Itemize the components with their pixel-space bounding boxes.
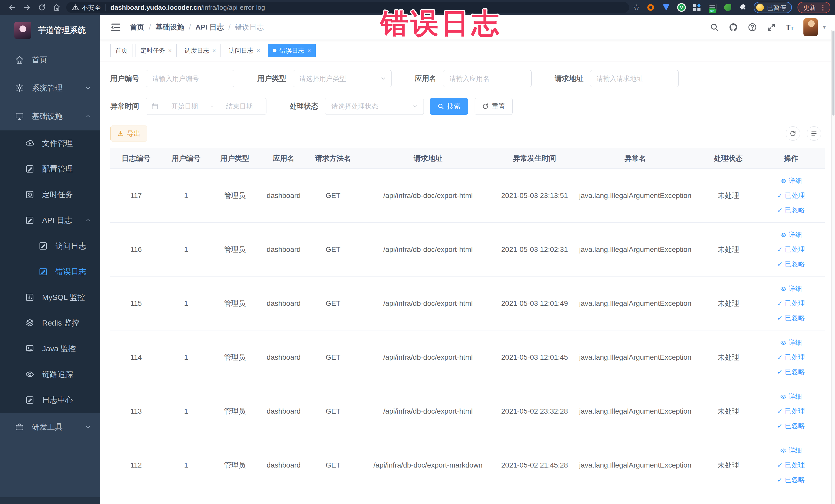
sidebar-item-日志中心[interactable]: 日志中心 [0, 387, 100, 413]
action-detail-link[interactable]: 详细 [780, 446, 802, 455]
sidebar-item-首页[interactable]: 首页 [0, 46, 100, 74]
sidebar-item-Java-监控[interactable]: Java 监控 [0, 336, 100, 362]
github-link-button[interactable] [729, 23, 738, 32]
browser-update-button[interactable]: 更新 ⋮ [797, 2, 830, 13]
bookmark-star-icon[interactable]: ☆ [633, 3, 640, 12]
tab-访问日志[interactable]: 访问日志× [224, 44, 265, 57]
cell-time: 2021-05-03 12:02:31 [498, 245, 571, 254]
reset-button[interactable]: 重置 [475, 98, 513, 115]
action-detail-link[interactable]: 详细 [780, 338, 802, 347]
request-url-input[interactable] [590, 70, 679, 87]
action-ignored-link[interactable]: ✓已忽略 [777, 475, 805, 484]
column-header-日志编号: 日志编号 [110, 154, 162, 163]
action-processed-link[interactable]: ✓已处理 [777, 461, 805, 469]
extension-icon-grid[interactable] [692, 3, 702, 12]
tab-close-icon[interactable]: × [212, 47, 216, 54]
action-processed-link[interactable]: ✓已处理 [777, 245, 805, 254]
filter-user-id: 用户编号 [110, 70, 235, 87]
cell-user_type: 管理员 [210, 460, 259, 470]
sidebar-logo-row[interactable]: 芋道管理系统 [0, 15, 100, 46]
security-indicator[interactable]: 不安全 [72, 3, 101, 12]
refresh-table-button[interactable] [786, 126, 800, 141]
action-ignored-link[interactable]: ✓已忽略 [777, 314, 805, 322]
action-processed-link[interactable]: ✓已处理 [777, 407, 805, 416]
sidebar-item-MySQL-监控[interactable]: MySQL 监控 [0, 284, 100, 310]
action-processed-link[interactable]: ✓已处理 [777, 353, 805, 362]
cell-id: 116 [110, 245, 162, 254]
app-name-label: 应用名 [415, 74, 436, 83]
sidebar-item-系统管理[interactable]: 系统管理 [0, 74, 100, 102]
app-name-input[interactable] [443, 70, 532, 87]
sidebar-item-API-日志[interactable]: API 日志 [0, 207, 100, 233]
header-search-button[interactable] [710, 23, 719, 32]
tab-调度日志[interactable]: 调度日志× [180, 44, 221, 57]
browser-forward-button[interactable] [20, 2, 34, 13]
sidebar-collapse-bar[interactable] [0, 497, 100, 504]
browser-profile-button[interactable]: 已暂停 [754, 2, 792, 13]
url-bar[interactable]: 不安全 dashboard.yudao.iocoder.cn/infra/log… [66, 2, 629, 13]
sidebar-item-Redis-监控[interactable]: Redis 监控 [0, 310, 100, 336]
breadcrumb-item-首页[interactable]: 首页 [130, 22, 144, 32]
sidebar-item-研发工具[interactable]: 研发工具 [0, 413, 100, 441]
action-ignored-link[interactable]: ✓已忽略 [777, 421, 805, 430]
sidebar-item-文件管理[interactable]: 文件管理 [0, 130, 100, 156]
export-button[interactable]: 导出 [110, 125, 147, 141]
process-status-select[interactable]: 请选择处理状态 [325, 98, 424, 115]
sidebar-toggle-button[interactable] [110, 22, 121, 33]
tab-close-icon[interactable]: × [307, 47, 311, 54]
process-status-placeholder: 请选择处理状态 [331, 102, 378, 111]
action-ignored-link[interactable]: ✓已忽略 [777, 206, 805, 215]
action-processed-link[interactable]: ✓已处理 [777, 191, 805, 200]
search-button[interactable]: 搜索 [430, 98, 468, 115]
extensions-puzzle-icon[interactable] [738, 3, 748, 12]
extension-icon-leaf[interactable] [723, 3, 733, 12]
user-type-select[interactable]: 请选择用户类型 [293, 70, 392, 87]
calendar-icon [151, 103, 158, 110]
browser-reload-button[interactable] [34, 2, 49, 13]
browser-home-button[interactable] [49, 2, 64, 13]
browser-menu-icon[interactable]: ⋮ [820, 4, 826, 12]
tab-close-icon[interactable]: × [257, 47, 260, 54]
user-id-input[interactable] [146, 70, 235, 87]
date-range-picker[interactable]: 开始日期 - 结束日期 [146, 98, 266, 115]
tab-定时任务[interactable]: 定时任务× [136, 44, 177, 57]
docs-help-button[interactable] [748, 23, 757, 32]
page-scrollbar[interactable] [831, 30, 835, 504]
sidebar-item-错误日志[interactable]: 错误日志 [0, 259, 100, 284]
action-processed-link[interactable]: ✓已处理 [777, 299, 805, 308]
sidebar-item-链路追踪[interactable]: 链路追踪 [0, 362, 100, 387]
browser-back-button[interactable] [5, 2, 20, 13]
fullscreen-button[interactable] [767, 23, 776, 32]
tab-close-icon[interactable]: × [168, 47, 172, 54]
breadcrumb-item-基础设施[interactable]: 基础设施 [156, 22, 184, 32]
breadcrumb-item-API-日志[interactable]: API 日志 [196, 22, 224, 32]
sidebar-item-基础设施[interactable]: 基础设施 [0, 102, 100, 130]
action-detail-link[interactable]: 详细 [780, 230, 802, 239]
user-avatar[interactable] [803, 18, 818, 36]
action-detail-link[interactable]: 详细 [780, 176, 802, 185]
sidebar-item-label: 研发工具 [32, 422, 85, 432]
sidebar-item-label: API 日志 [42, 215, 85, 226]
url-path: /infra/log/api-error-log [201, 4, 265, 11]
toggle-columns-button[interactable] [807, 126, 821, 141]
sidebar-item-访问日志[interactable]: 访问日志 [0, 233, 100, 259]
action-ignored-link[interactable]: ✓已忽略 [777, 367, 805, 377]
back-arrow-icon [8, 3, 16, 12]
extension-icon-orange[interactable] [646, 3, 656, 12]
tab-错误日志[interactable]: 错误日志× [268, 44, 316, 57]
avatar-caret-icon[interactable]: ▾ [823, 24, 826, 31]
sidebar-item-配置管理[interactable]: 配置管理 [0, 156, 100, 182]
action-detail-link[interactable]: 详细 [780, 284, 802, 293]
extension-icon-green-v[interactable]: V [677, 3, 686, 12]
extension-icon-blue-drop[interactable] [661, 3, 671, 12]
sidebar-item-定时任务[interactable]: 定时任务 [0, 182, 100, 207]
font-size-button[interactable]: TT [786, 23, 794, 32]
action-detail-link[interactable]: 详细 [780, 392, 802, 401]
extension-icon-switch[interactable]: on [708, 3, 717, 12]
cell-time: 2021-05-03 23:13:51 [498, 191, 571, 200]
tab-首页[interactable]: 首页 [110, 44, 133, 57]
tags-bar: 首页定时任务×调度日志×访问日志×错误日志× [100, 40, 835, 61]
action-ignored-link[interactable]: ✓已忽略 [777, 260, 805, 268]
redis-icon [25, 318, 34, 328]
scrollbar-thumb[interactable] [832, 31, 834, 116]
